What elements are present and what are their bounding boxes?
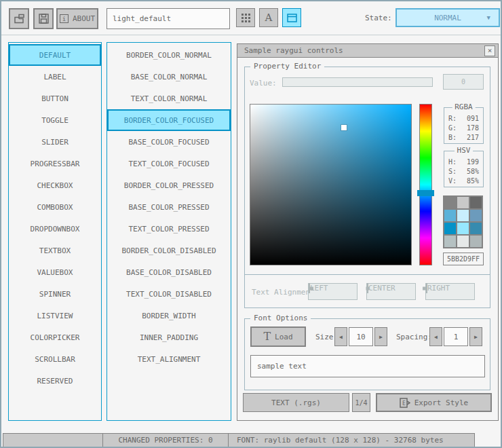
hex-color-value[interactable]: 5BB2D9FF: [443, 253, 484, 265]
hue-slider[interactable]: [419, 104, 432, 265]
font-mode-button[interactable]: A: [259, 8, 278, 27]
align-center-button[interactable]: CENTER: [366, 283, 416, 300]
font-load-label: Load: [275, 333, 293, 341]
rgba-row-b: B: 217: [448, 133, 479, 143]
property-item[interactable]: BORDER_COLOR_FOCUSED: [107, 109, 231, 131]
controls-list: DEFAULT LABEL BUTTON TOGGLE SLIDER PROGR…: [8, 42, 102, 421]
font-size-value[interactable]: 10: [349, 327, 373, 346]
sample-text-input[interactable]: sample text: [250, 355, 485, 377]
palette-swatch[interactable]: [444, 197, 456, 208]
value-button[interactable]: 0: [443, 74, 484, 90]
control-item[interactable]: TEXTBOX: [9, 240, 101, 261]
style-table-mode-button[interactable]: [236, 8, 255, 27]
control-item[interactable]: RESERVED: [9, 370, 101, 392]
control-item[interactable]: COLORPICKER: [9, 326, 101, 348]
spacing-increment-button[interactable]: ▶: [469, 327, 482, 346]
color-panel-marker[interactable]: [341, 125, 347, 130]
grid-icon: [242, 14, 250, 22]
font-load-button[interactable]: T Load: [250, 326, 306, 347]
style-palette-grid: [443, 195, 483, 248]
palette-swatch[interactable]: [457, 223, 469, 234]
property-item[interactable]: BORDER_WIDTH: [107, 305, 231, 326]
property-item[interactable]: BORDER_COLOR_DISABLED: [107, 240, 231, 261]
properties-list: BORDER_COLOR_NORMAL BASE_COLOR_NORMAL TE…: [107, 42, 231, 421]
align-right-button[interactable]: RIGHT: [425, 283, 475, 300]
state-dropdown[interactable]: NORMAL ▼: [395, 8, 500, 27]
control-item[interactable]: SCROLLBAR: [9, 348, 101, 370]
s-value: 58%: [467, 167, 479, 176]
statusbar-font-info: FONT: raylib default (128 x 128) - 32768…: [228, 433, 475, 447]
control-preview-mode-button[interactable]: [282, 8, 301, 27]
property-item[interactable]: BASE_COLOR_DISABLED: [107, 261, 231, 283]
property-item[interactable]: BORDER_COLOR_PRESSED: [107, 174, 231, 196]
export-format-combobox[interactable]: TEXT (.rgs): [243, 393, 349, 412]
size-increment-button[interactable]: ▶: [374, 327, 387, 346]
rgba-row-r: R: 091: [448, 114, 479, 124]
property-item[interactable]: INNER_PADDING: [107, 326, 231, 348]
control-item[interactable]: BUTTON: [9, 88, 101, 109]
control-item[interactable]: SPINNER: [9, 283, 101, 305]
control-item[interactable]: DROPDOWNBOX: [9, 218, 101, 240]
property-item[interactable]: TEXT_COLOR_NORMAL: [107, 88, 231, 109]
property-item[interactable]: TEXT_COLOR_PRESSED: [107, 218, 231, 240]
control-item[interactable]: LISTVIEW: [9, 305, 101, 326]
size-decrement-button[interactable]: ◀: [334, 327, 347, 346]
palette-swatch[interactable]: [470, 223, 482, 234]
control-item[interactable]: DEFAULT: [9, 44, 101, 66]
open-file-button[interactable]: [9, 8, 29, 29]
font-spacing-value[interactable]: 1: [444, 327, 468, 346]
control-item[interactable]: LABEL: [9, 66, 101, 88]
control-item[interactable]: CHECKBOX: [9, 174, 101, 196]
info-icon: i: [60, 14, 69, 23]
palette-swatch[interactable]: [457, 210, 469, 221]
hue-slider-cursor[interactable]: [417, 190, 434, 196]
control-item[interactable]: VALUEBOX: [9, 261, 101, 283]
control-item[interactable]: TOGGLE: [9, 109, 101, 131]
s-label: S:: [448, 167, 457, 176]
palette-swatch[interactable]: [457, 197, 469, 208]
value-slider[interactable]: [282, 77, 433, 87]
save-file-button[interactable]: [33, 8, 54, 29]
property-item[interactable]: TEXT_COLOR_DISABLED: [107, 283, 231, 305]
align-left-button[interactable]: LEFT: [308, 283, 358, 300]
align-right-icon: [426, 283, 427, 293]
property-item[interactable]: BASE_COLOR_PRESSED: [107, 196, 231, 218]
export-style-button[interactable]: E Export Style: [376, 393, 492, 412]
about-button[interactable]: i ABOUT: [56, 8, 98, 29]
spacing-decrement-button[interactable]: ◀: [429, 327, 442, 346]
g-value: 178: [467, 124, 479, 133]
arrow-right-icon: ▶: [379, 334, 383, 340]
style-name-input[interactable]: [107, 8, 230, 29]
align-left-icon: [309, 283, 310, 293]
property-item[interactable]: BASE_COLOR_FOCUSED: [107, 131, 231, 153]
palette-swatch[interactable]: [470, 197, 482, 208]
sample-window-titlebar[interactable]: Sample raygui controls ×: [237, 44, 498, 58]
color-picker-panel[interactable]: [250, 104, 412, 265]
property-item[interactable]: TEXT_ALIGNMENT: [107, 348, 231, 370]
palette-swatch[interactable]: [444, 210, 456, 221]
v-label: V:: [448, 176, 457, 186]
state-dropdown-value: NORMAL: [434, 14, 461, 22]
about-button-label: ABOUT: [73, 14, 95, 23]
control-item[interactable]: COMBOBOX: [9, 196, 101, 218]
palette-swatch[interactable]: [470, 210, 482, 221]
property-item[interactable]: TEXT_COLOR_FOCUSED: [107, 153, 231, 174]
palette-swatch[interactable]: [470, 236, 482, 247]
palette-swatch[interactable]: [444, 236, 456, 247]
align-right-label: RIGHT: [427, 284, 450, 293]
hsv-group: HSV H: 199 S: 58% V: 85%: [444, 151, 484, 187]
control-item[interactable]: SLIDER: [9, 131, 101, 153]
state-label: State:: [365, 14, 392, 22]
palette-swatch[interactable]: [457, 236, 469, 247]
hsv-row-s: S: 58%: [448, 167, 479, 176]
property-item[interactable]: BORDER_COLOR_NORMAL: [107, 44, 231, 66]
export-format-label: TEXT (.rgs): [271, 398, 321, 407]
control-item[interactable]: PROGRESSBAR: [9, 153, 101, 174]
property-item[interactable]: BASE_COLOR_NORMAL: [107, 66, 231, 88]
close-icon[interactable]: ×: [484, 45, 495, 56]
export-format-counter[interactable]: 1/4: [352, 393, 370, 412]
rgba-row-g: G: 178: [448, 124, 479, 133]
property-editor-divider: [244, 274, 490, 275]
font-icon: A: [265, 13, 273, 23]
palette-swatch[interactable]: [444, 223, 456, 234]
